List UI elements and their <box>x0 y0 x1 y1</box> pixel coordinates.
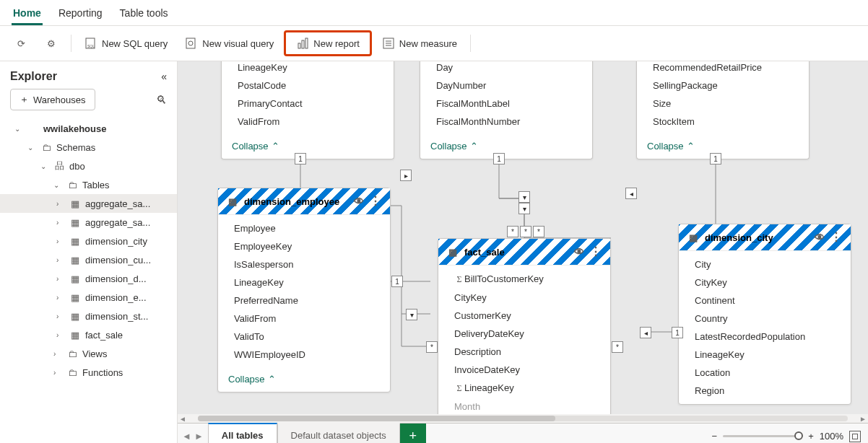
folder-icon: 🗀 <box>66 348 78 359</box>
column-name: LineageKey <box>679 346 851 364</box>
gear-icon: ⚙ <box>45 37 58 50</box>
column-name: DayNumber <box>420 76 592 95</box>
column-name: StockItem <box>637 113 809 131</box>
canvas-scrollbar[interactable]: ◄ ► <box>178 414 868 423</box>
column-name: ValidFrom <box>222 113 394 131</box>
table-title: dimension_employee <box>244 196 339 207</box>
model-canvas[interactable]: LineageKey PostalCode PrimaryContact Val… <box>178 61 868 423</box>
table-card-partial[interactable]: Day DayNumber FiscalMonthLabel FiscalMon… <box>420 61 593 159</box>
plus-icon: ＋ <box>19 93 29 106</box>
zoom-slider[interactable] <box>723 435 802 437</box>
column-name: FiscalMonthNumber <box>420 113 592 131</box>
visibility-icon[interactable]: 👁 <box>815 232 825 243</box>
table-card-fact-sale[interactable]: ▦ fact_sale 👁 ⋮ ΣBillToCustomerKey CityK… <box>438 238 611 421</box>
tree-item-table[interactable]: ›▦dimension_cu... <box>0 250 177 269</box>
collapse-button[interactable]: Collapse⌃ <box>218 368 390 392</box>
column-name: CustomerKey <box>438 307 610 325</box>
collapse-panel-icon[interactable]: « <box>161 71 167 82</box>
svg-point-3 <box>188 41 193 45</box>
column-name: CityKey <box>679 273 851 291</box>
new-report-button[interactable]: New report <box>290 34 365 53</box>
table-card-dimension-city[interactable]: ▦ dimension_city 👁 ⋮ City CityKey Contin… <box>678 224 851 405</box>
tree-item-schemas[interactable]: ⌄🗀Schemas <box>0 138 177 157</box>
column-name: ValidTo <box>218 328 390 346</box>
column-name: ValidFrom <box>218 310 390 328</box>
tree-item-table[interactable]: ›▦dimension_st... <box>0 307 177 325</box>
column-name: Location <box>679 364 851 382</box>
new-measure-label: New measure <box>399 38 457 49</box>
collapse-button[interactable]: Collapse⌃ <box>222 135 394 159</box>
tab-home[interactable]: Home <box>12 3 43 25</box>
table-icon: ▦ <box>447 246 459 258</box>
tree-item-lakehouse[interactable]: ⌄wwilakehouse <box>0 119 177 138</box>
tree-label: dimension_st... <box>85 311 148 322</box>
table-card-dimension-employee[interactable]: ▦ dimension_employee 👁 ⋮ Employee Employ… <box>217 188 391 392</box>
tree-item-table[interactable]: ›▦dimension_city <box>0 232 177 250</box>
table-icon: ▦ <box>69 329 81 341</box>
add-tab-button[interactable]: + <box>400 424 426 443</box>
table-icon: ▦ <box>69 216 81 228</box>
tree-label: fact_sale <box>85 330 123 341</box>
tab-table-tools[interactable]: Table tools <box>118 3 170 25</box>
tree-label: aggregate_sa... <box>85 198 150 209</box>
tree-item-table[interactable]: ›▦aggregate_sa... <box>0 213 177 232</box>
column-name: ΣLineageKey <box>438 379 610 398</box>
more-icon[interactable]: ⋮ <box>590 250 602 254</box>
toolbar-separator <box>71 35 71 52</box>
more-icon[interactable]: ⋮ <box>370 199 381 203</box>
scroll-left-icon[interactable]: ◄ <box>178 415 188 423</box>
new-sql-query-button[interactable]: SQL New SQL query <box>77 32 175 54</box>
ribbon-tabs: Home Reporting Table tools <box>0 0 868 26</box>
prev-tab-icon[interactable]: ◄ <box>182 431 191 442</box>
filter-direction-icon: ▾ <box>406 309 417 320</box>
tree-item-views[interactable]: ›🗀Views <box>0 344 177 363</box>
tree-label: dimension_e... <box>85 292 147 303</box>
add-warehouse-button[interactable]: ＋ Warehouses <box>10 89 95 110</box>
svg-rect-2 <box>186 38 195 48</box>
cardinality-many: * <box>533 226 544 237</box>
table-card-partial[interactable]: RecommendedRetailPrice SellingPackage Si… <box>636 61 810 159</box>
tree-item-table[interactable]: ›▦aggregate_sa... <box>0 194 177 213</box>
tree-item-table[interactable]: ›▦fact_sale <box>0 325 177 344</box>
table-icon: ▦ <box>69 254 81 266</box>
new-measure-button[interactable]: New measure <box>375 32 464 54</box>
scroll-thumb[interactable] <box>198 416 555 421</box>
more-icon[interactable]: ⋮ <box>830 235 842 240</box>
tree-label: dimension_d... <box>85 273 147 284</box>
zoom-out-button[interactable]: − <box>712 431 718 442</box>
new-visual-query-button[interactable]: New visual query <box>178 32 281 54</box>
cardinality-one: 1 <box>710 153 721 165</box>
visibility-icon[interactable]: 👁 <box>574 246 584 258</box>
table-icon: ▦ <box>69 235 81 247</box>
folder-icon: 🗀 <box>66 367 78 378</box>
folder-icon: 🗀 <box>66 179 78 190</box>
tree-item-tables[interactable]: ⌄🗀Tables <box>0 175 177 194</box>
tab-default-dataset[interactable]: Default dataset objects <box>277 423 400 443</box>
search-icon[interactable]: 🔍︎ <box>156 94 167 106</box>
chevron-up-icon: ⌃ <box>687 141 695 152</box>
visibility-icon[interactable]: 👁 <box>354 196 364 207</box>
svg-text:SQL: SQL <box>87 44 95 48</box>
fit-to-screen-icon[interactable] <box>849 431 861 442</box>
tab-reporting[interactable]: Reporting <box>57 3 104 25</box>
tree-item-table[interactable]: ›▦dimension_e... <box>0 288 177 307</box>
table-icon: ▦ <box>69 291 81 303</box>
refresh-button[interactable]: ⟳ <box>7 32 35 54</box>
lakehouse-icon <box>27 123 39 134</box>
refresh-icon: ⟳ <box>14 37 27 50</box>
settings-button[interactable]: ⚙ <box>38 32 65 54</box>
tree-item-table[interactable]: ›▦dimension_d... <box>0 269 177 288</box>
zoom-in-button[interactable]: + <box>808 431 814 442</box>
tab-all-tables[interactable]: All tables <box>208 423 277 443</box>
collapse-button[interactable]: Collapse⌃ <box>637 135 809 159</box>
column-name: LatestRecordedPopulation <box>679 328 851 346</box>
collapse-button[interactable]: Collapse⌃ <box>420 135 592 159</box>
column-name: FiscalMonthLabel <box>420 95 592 113</box>
tree-item-dbo[interactable]: ⌄品dbo <box>0 157 177 175</box>
tree-item-functions[interactable]: ›🗀Functions <box>0 363 177 382</box>
filter-direction-icon: ▸ <box>400 170 412 181</box>
svg-rect-6 <box>305 38 308 48</box>
next-tab-icon[interactable]: ► <box>194 431 204 442</box>
table-card-partial[interactable]: LineageKey PostalCode PrimaryContact Val… <box>221 61 394 159</box>
scroll-right-icon[interactable]: ► <box>858 415 868 423</box>
